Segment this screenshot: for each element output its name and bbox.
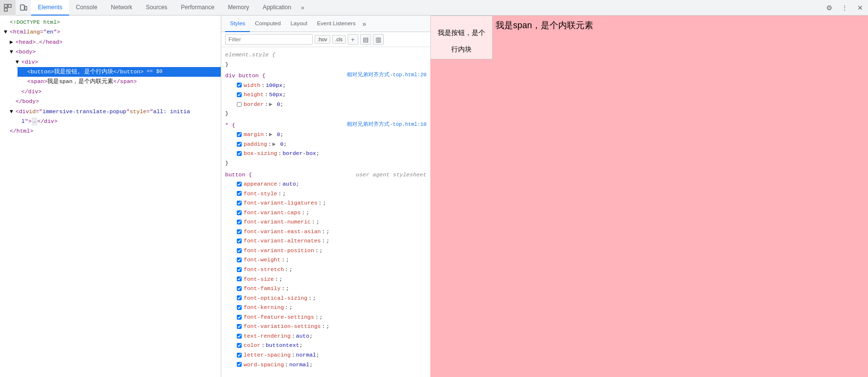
- tab-performance[interactable]: Performance: [174, 0, 221, 16]
- css-prop-font-feature-settings: font-feature-settings: ;: [225, 312, 426, 322]
- filter-input[interactable]: [225, 34, 313, 45]
- dom-div-close[interactable]: </div>: [12, 87, 221, 97]
- preview-span: 我是span，是个内联元素: [493, 16, 596, 35]
- svg-rect-1: [4, 8, 7, 11]
- svg-rect-0: [4, 4, 7, 7]
- css-prop-font-family: font-family: ;: [225, 284, 426, 293]
- new-style-rule-button[interactable]: ▤: [360, 34, 371, 45]
- css-rule-div-button: div button { 相对兄弟对齐方式-top.html:20 width:…: [221, 70, 430, 120]
- css-rule-element-style: element.style { }: [221, 49, 430, 70]
- css-font-variant-position-checkbox[interactable]: [237, 248, 242, 253]
- css-font-stretch-checkbox[interactable]: [237, 267, 242, 272]
- css-box-sizing-checkbox[interactable]: [237, 151, 242, 156]
- css-prop-width: width: 100px;: [225, 81, 426, 90]
- tab-event-listeners[interactable]: Event Listeners: [312, 16, 360, 32]
- settings-icon[interactable]: ⚙: [821, 0, 837, 16]
- more-options-icon[interactable]: ⋮: [837, 0, 852, 16]
- css-border-checkbox[interactable]: [237, 102, 242, 107]
- css-prop-appearance: appearance: auto;: [225, 179, 426, 189]
- dom-span[interactable]: <span> 我是span，是个内联元素 </span>: [18, 77, 221, 86]
- filter-bar: :hov .cls + ▤ ▥: [221, 32, 430, 47]
- device-toolbar-icon[interactable]: [16, 0, 31, 16]
- css-prop-font-variation-settings: font-variation-settings: ;: [225, 322, 426, 331]
- css-prop-font-variant-east-asian: font-variant-east-asian: ;: [225, 227, 426, 237]
- css-prop-font-variant-alternates: font-variant-alternates: ;: [225, 236, 426, 246]
- css-letter-spacing-checkbox[interactable]: [237, 353, 242, 358]
- css-prop-font-size: font-size: ;: [225, 274, 426, 284]
- tab-layout[interactable]: Layout: [285, 16, 312, 32]
- tab-styles[interactable]: Styles: [225, 16, 250, 32]
- button-label[interactable]: 我是按钮，是个 行内块: [430, 16, 493, 59]
- css-prop-padding: padding: ▶ 0;: [225, 139, 426, 149]
- css-word-spacing-checkbox[interactable]: [237, 362, 242, 367]
- inspect-element-icon[interactable]: [0, 0, 16, 16]
- css-font-size-checkbox[interactable]: [237, 276, 242, 281]
- css-prop-font-style: font-style: ;: [225, 189, 426, 199]
- preview-area: 我是按钮，是个 行内块 我是span，是个内联元素: [430, 16, 868, 377]
- dom-html-close[interactable]: </html>: [0, 126, 221, 136]
- svg-rect-4: [25, 6, 27, 10]
- css-prop-word-spacing: word-spacing: normal;: [225, 360, 426, 370]
- css-font-variant-caps-checkbox[interactable]: [237, 210, 242, 215]
- dom-content: <!DOCTYPE html> ▼ <html lang="en"> ▶ <he…: [0, 16, 221, 377]
- css-prop-box-sizing: box-sizing: border-box;: [225, 149, 426, 158]
- styles-more-tabs[interactable]: »: [362, 20, 366, 28]
- css-rules-content: element.style { } div button { 相对兄弟对齐方式-…: [221, 47, 430, 377]
- preview-button-wrapper: 我是按钮，是个 行内块: [430, 16, 493, 59]
- tab-console[interactable]: Console: [69, 0, 104, 16]
- css-prop-font-stretch: font-stretch: ;: [225, 265, 426, 274]
- svg-rect-3: [20, 5, 24, 10]
- css-font-optical-sizing-checkbox[interactable]: [237, 295, 242, 300]
- css-prop-font-variant-ligatures: font-variant-ligatures: ;: [225, 198, 426, 208]
- css-prop-font-weight: font-weight: ;: [225, 255, 426, 265]
- css-font-variant-east-asian-checkbox[interactable]: [237, 229, 242, 234]
- tab-elements[interactable]: Elements: [31, 0, 69, 16]
- styles-panel: Styles Computed Layout Event Listeners »…: [221, 16, 430, 377]
- dom-body-close[interactable]: </body>: [6, 97, 221, 106]
- tab-memory[interactable]: Memory: [221, 0, 256, 16]
- dom-button-selected[interactable]: <button>我是按钮, 是个行内块</button> == $0: [18, 67, 221, 77]
- css-appearance-checkbox[interactable]: [237, 182, 242, 187]
- dom-doctype[interactable]: <!DOCTYPE html>: [0, 17, 221, 27]
- toggle-sidebar-button[interactable]: ▥: [373, 34, 384, 45]
- css-margin-checkbox[interactable]: [237, 132, 242, 137]
- dom-body-open[interactable]: ▼ <body>: [6, 47, 221, 57]
- css-font-weight-checkbox[interactable]: [237, 257, 242, 262]
- css-font-variant-ligatures-checkbox[interactable]: [237, 201, 242, 206]
- css-prop-border: border: ▶ 0;: [225, 100, 426, 109]
- css-font-variation-settings-checkbox[interactable]: [237, 324, 242, 329]
- css-color-checkbox[interactable]: [237, 343, 242, 348]
- css-prop-color: color: buttontext;: [225, 341, 426, 350]
- css-height-checkbox[interactable]: [237, 92, 242, 97]
- css-padding-checkbox[interactable]: [237, 142, 242, 147]
- styles-subtabs: Styles Computed Layout Event Listeners »: [221, 16, 430, 32]
- css-font-kerning-checkbox[interactable]: [237, 305, 242, 310]
- dom-immersive-div-2[interactable]: l"> … </div>: [12, 117, 221, 126]
- css-font-variant-numeric-checkbox[interactable]: [237, 220, 242, 224]
- css-font-style-checkbox[interactable]: [237, 191, 242, 196]
- dom-immersive-div[interactable]: ▼ <div id="immersive-translate-popup" st…: [6, 107, 221, 117]
- dom-html-open[interactable]: ▼ <html lang="en">: [0, 27, 221, 37]
- dom-head[interactable]: ▶ <head>…</head>: [6, 37, 221, 47]
- tab-application[interactable]: Application: [256, 0, 298, 16]
- css-width-checkbox[interactable]: [237, 83, 242, 87]
- more-tabs-button[interactable]: »: [298, 0, 307, 16]
- preview-content: 我是按钮，是个 行内块 我是span，是个内联元素: [430, 16, 596, 59]
- css-prop-font-variant-position: font-variant-position: ;: [225, 246, 426, 256]
- css-font-variant-alternates-checkbox[interactable]: [237, 239, 242, 243]
- tab-network[interactable]: Network: [104, 0, 139, 16]
- dom-panel: <!DOCTYPE html> ▼ <html lang="en"> ▶ <he…: [0, 16, 221, 377]
- tab-sources[interactable]: Sources: [139, 0, 174, 16]
- css-text-rendering-checkbox[interactable]: [237, 334, 242, 339]
- css-prop-text-rendering: text-rendering: auto;: [225, 331, 426, 341]
- filter-cls-button[interactable]: .cls: [332, 35, 346, 44]
- add-style-rule-button[interactable]: +: [348, 34, 358, 45]
- css-font-family-checkbox[interactable]: [237, 286, 242, 291]
- dom-div-open[interactable]: ▼ <div>: [12, 57, 221, 67]
- filter-hov-button[interactable]: :hov: [315, 35, 330, 44]
- tab-computed[interactable]: Computed: [250, 16, 285, 32]
- close-devtools-button[interactable]: ✕: [852, 0, 868, 16]
- devtools-toolbar: Elements Console Network Sources Perform…: [0, 0, 868, 16]
- css-prop-font-variant-caps: font-variant-caps: ;: [225, 208, 426, 218]
- css-font-feature-settings-checkbox[interactable]: [237, 315, 242, 320]
